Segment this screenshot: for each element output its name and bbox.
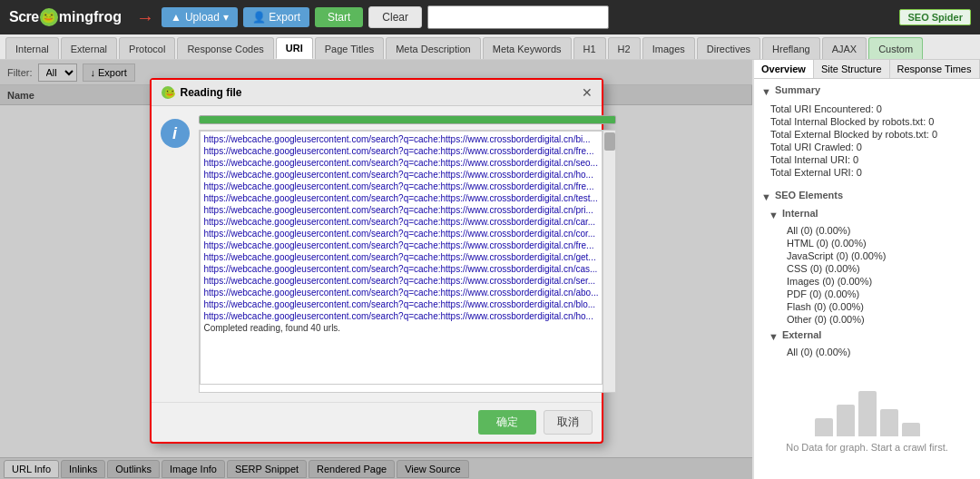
main-layout: Filter: All ↓ Export Name Value No URL s… — [0, 60, 980, 479]
progress-bar-fill — [200, 116, 616, 123]
export-icon: 👤 — [252, 11, 266, 24]
dialog-body: i https://webcache.googleusercontent.com… — [152, 106, 602, 402]
summary-item-1: Total Internal Blocked by robots.txt: 0 — [761, 115, 973, 128]
dialog-title-text: Reading file — [181, 86, 576, 99]
url-item: https://webcache.googleusercontent.com/s… — [204, 298, 599, 310]
external-label: External — [782, 329, 821, 340]
chart-bar-3 — [858, 391, 877, 436]
seo-elements-section: ▼ SEO Elements ▼ Internal All (0) (0.00%… — [754, 184, 980, 364]
tab-page-titles[interactable]: Page Titles — [315, 37, 384, 59]
seo-elements-title: SEO Elements — [775, 190, 843, 200]
ok-button[interactable]: 确定 — [478, 410, 536, 435]
dialog-frog-icon: 🐸 — [161, 85, 175, 100]
summary-item-3: Total URI Crawled: 0 — [761, 141, 973, 153]
summary-title: Summary — [775, 84, 820, 95]
url-item: https://webcache.googleusercontent.com/s… — [204, 192, 599, 204]
tab-h2[interactable]: H2 — [608, 37, 641, 59]
internal-html: HTML (0) (0.00%) — [761, 237, 973, 249]
tab-ajax[interactable]: AJAX — [822, 37, 867, 59]
tab-images[interactable]: Images — [642, 37, 695, 59]
url-input[interactable] — [427, 5, 609, 29]
tab-meta-description[interactable]: Meta Description — [386, 37, 481, 59]
dialog-overlay: 🐸 Reading file ✕ i — [0, 60, 752, 479]
url-item: https://webcache.googleusercontent.com/s… — [204, 251, 599, 263]
info-icon: i — [161, 119, 190, 148]
tab-internal[interactable]: Internal — [5, 37, 59, 59]
url-list-scroll-area: https://webcache.googleusercontent.com/s… — [199, 130, 617, 393]
url-item: Completed reading, found 40 urls. — [204, 322, 599, 334]
logo: Scre🐸mingfrog — [9, 8, 122, 26]
summary-item-5: Total External URI: 0 — [761, 166, 973, 179]
tab-directives[interactable]: Directives — [697, 37, 760, 59]
tab-response-codes[interactable]: Response Codes — [177, 37, 273, 59]
internal-pdf: PDF (0) (0.00%) — [761, 288, 973, 300]
chart-bar-4 — [880, 409, 898, 436]
internal-all: All (0) (0.00%) — [761, 224, 973, 237]
seo-spider-badge: SEO Spider — [899, 9, 971, 25]
upload-dropdown-arrow: ▾ — [223, 11, 229, 24]
url-item: https://webcache.googleusercontent.com/s… — [204, 310, 599, 322]
right-panel: Overview Site Structure Response Times ▼… — [753, 60, 980, 479]
reading-file-dialog: 🐸 Reading file ✕ i — [150, 78, 603, 444]
url-item: https://webcache.googleusercontent.com/s… — [204, 169, 599, 181]
tab-protocol[interactable]: Protocol — [119, 37, 175, 59]
url-item: https://webcache.googleusercontent.com/s… — [204, 228, 599, 240]
clear-button[interactable]: Clear — [368, 6, 422, 28]
url-item: https://webcache.googleusercontent.com/s… — [204, 181, 599, 192]
tab-external[interactable]: External — [61, 37, 117, 59]
left-panel: Filter: All ↓ Export Name Value No URL s… — [0, 60, 753, 479]
dialog-scrollbar[interactable] — [603, 131, 615, 392]
tab-meta-keywords[interactable]: Meta Keywords — [483, 37, 572, 59]
start-button[interactable]: Start — [315, 7, 363, 27]
chart-bar-5 — [902, 423, 920, 436]
svg-text:🐸: 🐸 — [164, 87, 175, 99]
url-item: https://webcache.googleusercontent.com/s… — [204, 275, 599, 287]
summary-item-2: Total External Blocked by robots.txt: 0 — [761, 128, 973, 141]
rtab-site-structure[interactable]: Site Structure — [814, 60, 890, 78]
chart-bars — [815, 382, 920, 436]
seo-arrow: ▼ — [761, 191, 771, 202]
upload-arrow: → — [136, 7, 154, 28]
summary-item-4: Total Internal URI: 0 — [761, 153, 973, 166]
url-item: https://webcache.googleusercontent.com/s… — [204, 157, 599, 169]
logo-screaming: Scre — [9, 9, 39, 25]
chart-bar-1 — [815, 418, 833, 436]
tab-uri[interactable]: URI — [276, 37, 313, 59]
top-bar: Scre🐸mingfrog → ▲ Upload ▾ 👤 Export Star… — [0, 0, 980, 34]
upload-button[interactable]: ▲ Upload ▾ — [162, 7, 238, 27]
dialog-footer: 确定 取消 — [152, 402, 602, 442]
internal-js: JavaScript (0) (0.00%) — [761, 249, 973, 262]
rtab-response-times[interactable]: Response Times — [890, 60, 980, 78]
url-list[interactable]: https://webcache.googleusercontent.com/s… — [200, 131, 603, 385]
tab-custom[interactable]: Custom — [868, 37, 923, 59]
upload-icon: ▲ — [171, 11, 181, 24]
internal-other: Other (0) (0.00%) — [761, 313, 973, 326]
cancel-button[interactable]: 取消 — [544, 410, 593, 435]
main-tab-bar: Internal External Protocol Response Code… — [0, 34, 980, 60]
tab-hreflang[interactable]: Hreflang — [762, 37, 820, 59]
dialog-close-button[interactable]: ✕ — [582, 86, 593, 99]
logo-ming: mingfrog — [59, 9, 122, 25]
external-arrow: ▼ — [769, 331, 779, 342]
dialog-title-bar: 🐸 Reading file ✕ — [152, 80, 602, 106]
external-all: All (0) (0.00%) — [761, 346, 973, 358]
no-data-text: No Data for graph. Start a crawl first. — [786, 442, 948, 453]
url-item: https://webcache.googleusercontent.com/s… — [204, 204, 599, 216]
tab-h1[interactable]: H1 — [573, 37, 606, 59]
internal-flash: Flash (0) (0.00%) — [761, 300, 973, 313]
dialog-icon-area: i — [161, 115, 190, 393]
url-item: https://webcache.googleusercontent.com/s… — [204, 216, 599, 228]
progress-bar-container — [199, 115, 617, 124]
internal-arrow: ▼ — [769, 210, 779, 220]
rtab-overview[interactable]: Overview — [754, 60, 814, 78]
summary-arrow: ▼ — [761, 86, 771, 97]
chart-bar-2 — [837, 405, 855, 436]
url-item: https://webcache.googleusercontent.com/s… — [204, 263, 599, 275]
export-button[interactable]: 👤 Export — [243, 7, 309, 27]
logo-frog-icon: 🐸 — [40, 8, 58, 26]
summary-item-0: Total URI Encountered: 0 — [761, 103, 973, 115]
url-item: https://webcache.googleusercontent.com/s… — [204, 240, 599, 251]
internal-label: Internal — [782, 208, 818, 219]
url-item: https://webcache.googleusercontent.com/s… — [204, 133, 599, 145]
chart-area: No Data for graph. Start a crawl first. — [754, 364, 980, 462]
